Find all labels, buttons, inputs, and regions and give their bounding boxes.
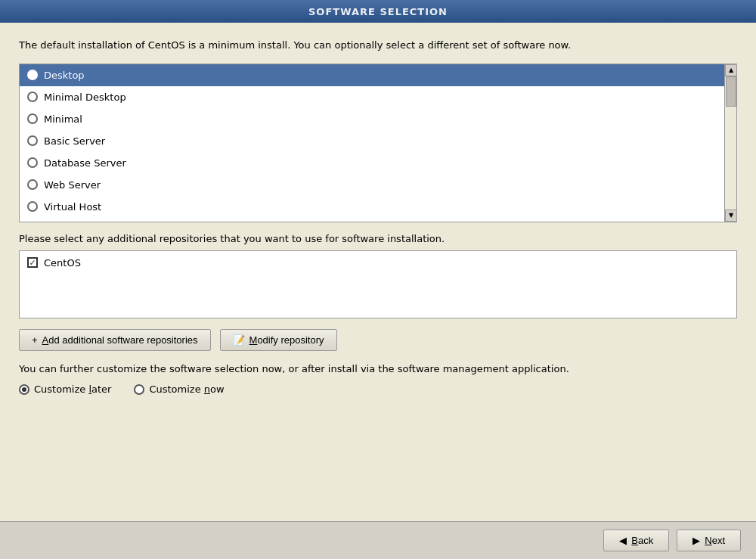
radio-icon-desktop — [27, 70, 38, 80]
label-web-server: Web Server — [44, 179, 101, 191]
scroll-thumb[interactable] — [726, 76, 736, 107]
add-icon: + — [32, 334, 38, 346]
label-basic-server: Basic Server — [44, 135, 105, 147]
title-text: SOFTWARE SELECTION — [308, 6, 448, 17]
radio-icon-database-server — [27, 157, 38, 168]
back-label: Back — [631, 535, 653, 546]
label-minimal-desktop: Minimal Desktop — [44, 92, 126, 103]
label-desktop: Desktop — [44, 70, 85, 81]
list-item-minimal[interactable]: Minimal — [20, 108, 724, 130]
list-item-software-dev[interactable]: Software Development Workstation — [20, 218, 724, 222]
modify-repo-button[interactable]: 📝 Modify repository — [220, 329, 337, 351]
customize-section: You can further customize the software s… — [19, 362, 737, 396]
customize-later-option[interactable]: Customize later — [19, 384, 111, 395]
back-button[interactable]: ◀ Back — [603, 529, 669, 551]
customize-description: You can further customize the software s… — [19, 362, 737, 377]
content-area: The default installation of CentOS is a … — [0, 23, 756, 521]
radio-icon-minimal — [27, 113, 38, 124]
radio-icon-minimal-desktop — [27, 92, 38, 102]
repo-item-centos[interactable]: CentOS — [27, 257, 729, 269]
customize-radio-group: Customize later Customize now — [19, 384, 737, 395]
radio-dot-later — [19, 384, 29, 395]
list-item-basic-server[interactable]: Basic Server — [20, 130, 724, 152]
scroll-down-button[interactable]: ▼ — [725, 210, 737, 222]
list-item-web-server[interactable]: Web Server — [20, 174, 724, 196]
action-buttons-row: + Add additional software repositories 📝… — [19, 329, 737, 351]
next-button[interactable]: ▶ Next — [677, 529, 741, 551]
scroll-up-button[interactable]: ▲ — [725, 64, 737, 76]
checkbox-centos[interactable] — [27, 257, 38, 268]
label-minimal: Minimal — [44, 113, 82, 125]
bottom-nav-bar: ◀ Back ▶ Next — [0, 521, 756, 559]
add-repo-button[interactable]: + Add additional software repositories — [19, 329, 211, 351]
label-customize-now: Customize now — [149, 384, 224, 395]
title-bar: SOFTWARE SELECTION — [0, 0, 756, 23]
main-window: SOFTWARE SELECTION The default installat… — [0, 0, 756, 559]
list-item-virtual-host[interactable]: Virtual Host — [20, 196, 724, 218]
label-customize-later: Customize later — [34, 384, 111, 395]
repo-section: Please select any additional repositorie… — [19, 233, 737, 318]
radio-icon-web-server — [27, 179, 38, 190]
edit-icon: 📝 — [233, 334, 245, 346]
radio-icon-basic-server — [27, 135, 38, 146]
software-list-items: Desktop Minimal Desktop Minimal Basic Se… — [20, 64, 724, 222]
listbox-scrollbar[interactable]: ▲ ▼ — [724, 64, 736, 222]
label-virtual-host: Virtual Host — [44, 201, 101, 213]
radio-icon-virtual-host — [27, 201, 38, 212]
add-repo-label: Add additional software repositories — [42, 334, 198, 346]
repo-section-label: Please select any additional repositorie… — [19, 233, 737, 244]
scroll-track[interactable] — [725, 76, 736, 210]
customize-now-option[interactable]: Customize now — [134, 384, 224, 395]
back-arrow-icon: ◀ — [619, 535, 627, 546]
list-item-database-server[interactable]: Database Server — [20, 152, 724, 174]
software-listbox[interactable]: Desktop Minimal Desktop Minimal Basic Se… — [19, 64, 737, 222]
next-label: Next — [705, 535, 725, 546]
repo-listbox: CentOS — [19, 250, 737, 318]
next-arrow-icon: ▶ — [692, 535, 700, 546]
modify-repo-label: Modify repository — [249, 334, 324, 346]
label-database-server: Database Server — [44, 157, 126, 169]
list-item-minimal-desktop[interactable]: Minimal Desktop — [20, 86, 724, 108]
description-text: The default installation of CentOS is a … — [19, 38, 737, 53]
label-centos: CentOS — [44, 257, 81, 269]
list-item-desktop[interactable]: Desktop — [20, 64, 724, 86]
radio-dot-now — [134, 384, 144, 395]
